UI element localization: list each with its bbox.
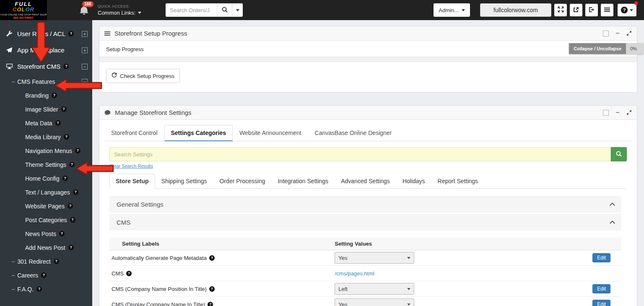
orders-search-input[interactable] [166, 3, 217, 17]
expand-panel-button[interactable] [626, 31, 632, 36]
help-icon[interactable] [75, 148, 80, 153]
sidebar-item-media-library[interactable]: Media Library [0, 130, 92, 144]
sidebar-item-theme-settings[interactable]: Theme Settings [0, 158, 92, 171]
expand-panel-button[interactable] [626, 110, 632, 115]
expand-plus-icon[interactable] [82, 47, 88, 53]
tab-settings-categories[interactable]: Settings Categories [164, 125, 233, 141]
table-row: CMS (Display Company Name In Title) Yes … [109, 297, 621, 306]
subtab-store-setup[interactable]: Store Setup [109, 174, 155, 189]
setting-label: Automatically Generate Page Metadata [112, 255, 207, 261]
collapse-minus-icon[interactable] [82, 64, 88, 70]
search-options-button[interactable] [232, 3, 243, 17]
sidebar-item-add-news-post[interactable]: Add News Post [0, 241, 92, 254]
section-cms[interactable]: CMS [109, 214, 621, 231]
orders-search-button[interactable] [217, 3, 232, 17]
sidebar-item-image-slider[interactable]: Image Slider [0, 102, 92, 116]
chevron-up-icon [610, 202, 615, 208]
help-icon[interactable] [209, 255, 215, 261]
menu-button[interactable] [601, 4, 613, 16]
sidebar-item-meta-data[interactable]: Meta Data [0, 116, 92, 130]
help-icon[interactable] [69, 162, 75, 167]
refresh-icon [112, 73, 117, 79]
help-icon[interactable] [209, 286, 215, 292]
sidebar-item-storefront-cms[interactable]: Storefront CMS [0, 58, 92, 75]
clear-search-results-link[interactable]: Clear Search Results [109, 163, 153, 169]
sidebar-item-label: Add News Post [25, 244, 65, 251]
tab-canvasbase-online-designer[interactable]: CanvasBase Online Designer [308, 125, 399, 141]
tab-website-announcement[interactable]: Website Announcement [233, 125, 308, 141]
fullscreen-arrows-icon [558, 6, 564, 14]
collapse-minus-icon[interactable] [82, 79, 88, 85]
sidebar-item-user-roles-acl[interactable]: User Roles / ACL [0, 26, 92, 42]
help-icon[interactable] [68, 203, 73, 209]
brand-logo[interactable]: FULL COLOR YOUR ONLINE ONE STOP PRINT SH… [0, 0, 47, 20]
sidebar-item-app-marketplace[interactable]: App Marketplace [0, 42, 92, 58]
sidebar-item-301-redirect[interactable]: 301 Redirect [0, 254, 92, 268]
help-icon[interactable] [208, 302, 213, 306]
sidebar-item-website-pages[interactable]: Website Pages [0, 199, 92, 213]
sidebar-item-cms-features[interactable]: CMS Features [0, 75, 92, 88]
help-icon[interactable] [68, 245, 74, 250]
collapse-panel-button[interactable] [615, 30, 620, 37]
sidebar-item-navigation-menus[interactable]: Navigation Menus [0, 144, 92, 158]
edit-button[interactable]: Edit [592, 300, 610, 306]
display-company-name-select[interactable]: Yes [335, 298, 414, 306]
subtab-order-processing[interactable]: Order Processing [213, 174, 272, 189]
help-icon[interactable] [63, 64, 69, 69]
sidebar-item-home-config[interactable]: Home Config [0, 171, 92, 185]
help-icon[interactable] [73, 189, 78, 195]
tree-dash [12, 286, 15, 292]
tab-storefront-control[interactable]: Storefront Control [104, 125, 164, 141]
cms-pages-link[interactable]: /cms/pages.html [335, 270, 374, 277]
help-icon[interactable] [54, 259, 59, 264]
collapse-panel-button[interactable] [615, 109, 620, 116]
sidebar-item-branding[interactable]: Branding [0, 88, 92, 102]
subtab-integration-settings[interactable]: Integration Settings [271, 174, 335, 189]
help-icon[interactable] [70, 217, 75, 223]
help-icon[interactable] [64, 134, 69, 140]
sidebar-item-faq[interactable]: F.A.Q. [0, 282, 92, 296]
settings-search-input[interactable] [109, 147, 611, 161]
auto-generate-metadata-select[interactable]: Yes [335, 252, 414, 264]
list-icon [104, 31, 110, 36]
help-icon[interactable] [61, 106, 67, 112]
setup-panel-header: Storefront Setup Progress [99, 26, 637, 41]
external-link-button[interactable] [570, 4, 582, 16]
sidebar-item-careers[interactable]: Careers [0, 268, 92, 282]
subtab-report-settings[interactable]: Report Settings [431, 174, 485, 189]
help-icon[interactable] [62, 176, 68, 181]
edit-button[interactable]: Edit [592, 253, 610, 262]
setup-progress-bar [99, 57, 637, 62]
expand-plus-icon[interactable] [82, 31, 88, 37]
site-domain-button[interactable]: fullcolorwow.com [480, 3, 551, 17]
help-icon[interactable] [41, 272, 47, 278]
help-icon[interactable] [68, 31, 74, 36]
setting-select-wrap: Yes [335, 298, 414, 306]
panel-checkbox[interactable] [603, 31, 609, 36]
help-icon[interactable] [59, 231, 65, 236]
sidebar-item-text-languages[interactable]: Text / Languages [0, 185, 92, 199]
subtab-shipping-settings[interactable]: Shipping Settings [155, 174, 213, 189]
admin-menu-button[interactable]: Admin... [434, 3, 470, 17]
common-links-dropdown[interactable]: Common Links: [98, 10, 141, 16]
subtab-advanced-settings[interactable]: Advanced Settings [335, 174, 396, 189]
company-name-position-select[interactable]: Left [335, 283, 414, 295]
help-button[interactable] [618, 4, 636, 16]
fullscreen-button[interactable] [554, 4, 567, 16]
check-setup-progress-button[interactable]: Check Setup Progress [106, 69, 180, 83]
edit-button[interactable]: Edit [592, 284, 610, 293]
panel-checkbox[interactable] [603, 110, 609, 116]
subtab-holidays[interactable]: Holidays [396, 174, 431, 189]
help-icon[interactable] [126, 271, 132, 276]
notifications-bell-button[interactable]: 166 [80, 5, 88, 15]
help-icon[interactable] [36, 286, 42, 292]
help-icon[interactable] [52, 93, 57, 98]
orders-search-group [166, 3, 243, 17]
settings-search-button[interactable] [611, 147, 627, 161]
sidebar-item-post-categories[interactable]: Post Categories [0, 213, 92, 227]
section-general-settings[interactable]: General Settings [109, 196, 621, 213]
sidebar-item-news-posts[interactable]: News Posts [0, 227, 92, 241]
help-icon[interactable] [55, 120, 61, 126]
logo-text-color: COLOR [13, 7, 34, 12]
sign-out-button[interactable] [585, 4, 598, 16]
